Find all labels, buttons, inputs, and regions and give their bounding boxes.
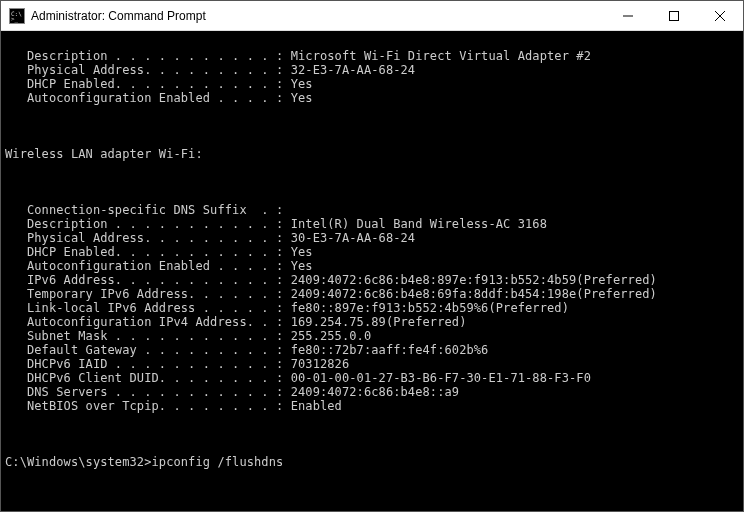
config-row: Description . . . . . . . . . . . : Micr… — [5, 49, 743, 63]
config-row: Autoconfiguration Enabled . . . . : Yes — [5, 259, 743, 273]
svg-rect-5 — [670, 11, 679, 20]
terminal-output[interactable]: Description . . . . . . . . . . . : Micr… — [1, 31, 743, 511]
config-row: DHCP Enabled. . . . . . . . . . . : Yes — [5, 77, 743, 91]
config-row: Autoconfiguration Enabled . . . . : Yes — [5, 91, 743, 105]
typed-command: ipconfig /flushdns — [152, 455, 284, 469]
config-row: Physical Address. . . . . . . . . : 30-E… — [5, 231, 743, 245]
prompt-with-command: C:\Windows\system32>ipconfig /flushdns — [5, 455, 743, 469]
config-row: DHCPv6 Client DUID. . . . . . . . : 00-0… — [5, 371, 743, 385]
config-row: DNS Servers . . . . . . . . . . . : 2409… — [5, 385, 743, 399]
maximize-button[interactable] — [651, 1, 697, 31]
adapter2-heading: Wireless LAN adapter Wi-Fi: — [5, 147, 743, 161]
config-row: Autoconfiguration IPv4 Address. . : 169.… — [5, 315, 743, 329]
config-row: Description . . . . . . . . . . . : Inte… — [5, 217, 743, 231]
window-title: Administrator: Command Prompt — [31, 9, 206, 23]
blank-line — [5, 175, 743, 189]
close-button[interactable] — [697, 1, 743, 31]
prompt-path: C:\Windows\system32> — [5, 455, 152, 469]
config-row: DHCP Enabled. . . . . . . . . . . : Yes — [5, 245, 743, 259]
config-row: Connection-specific DNS Suffix . : — [5, 203, 743, 217]
config-row: Physical Address. . . . . . . . . : 32-E… — [5, 63, 743, 77]
config-row: Default Gateway . . . . . . . . . : fe80… — [5, 343, 743, 357]
titlebar: C:\ >_ Administrator: Command Prompt — [1, 1, 743, 31]
svg-text:>_: >_ — [11, 15, 19, 23]
blank-line — [5, 483, 743, 497]
config-row: DHCPv6 IAID . . . . . . . . . . . : 7031… — [5, 357, 743, 371]
adapter2-block: Connection-specific DNS Suffix . : Descr… — [5, 203, 743, 413]
config-row: Temporary IPv6 Address. . . . . . : 2409… — [5, 287, 743, 301]
blank-line — [5, 119, 743, 133]
config-row: Subnet Mask . . . . . . . . . . . : 255.… — [5, 329, 743, 343]
config-row: NetBIOS over Tcpip. . . . . . . . : Enab… — [5, 399, 743, 413]
config-row: IPv6 Address. . . . . . . . . . . : 2409… — [5, 273, 743, 287]
cmd-icon: C:\ >_ — [9, 8, 25, 24]
adapter1-block: Description . . . . . . . . . . . : Micr… — [5, 49, 743, 105]
config-row: Link-local IPv6 Address . . . . . : fe80… — [5, 301, 743, 315]
blank-line — [5, 427, 743, 441]
minimize-button[interactable] — [605, 1, 651, 31]
